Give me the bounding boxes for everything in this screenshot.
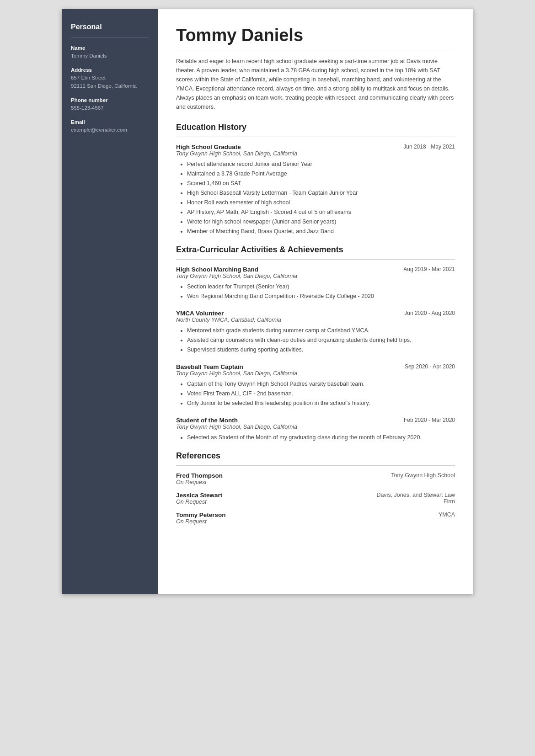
extracurricular-subtitle-0: Tony Gwynn High School, San Diego, Calif…	[176, 273, 455, 279]
ref-sub-0: On Request	[176, 479, 391, 485]
sidebar-label-name: Name	[71, 45, 149, 51]
sidebar-section-phone: Phone number 555-123-4567	[71, 97, 149, 112]
extracurricular-title-0: High School Marching Band	[176, 266, 258, 273]
sidebar: Personal Name Tommy Daniels Address 657 …	[62, 9, 158, 594]
edu-bullet-6: Wrote for high school newspaper (Junior …	[187, 217, 455, 226]
references-divider	[176, 465, 455, 466]
edu-bullet-5: AP History, AP Math, AP English - Scored…	[187, 208, 455, 217]
extracurricular-entry-2: Baseball Team Captain Sep 2020 - Apr 202…	[176, 363, 455, 408]
ref-name-2: Tommy Peterson	[176, 511, 439, 518]
education-entry-header-0: High School Graduate Jun 2018 - May 2021	[176, 144, 455, 150]
education-entry-0: High School Graduate Jun 2018 - May 2021…	[176, 144, 455, 236]
sidebar-title: Personal	[71, 23, 149, 31]
address-line1: 657 Elm Street	[71, 75, 106, 80]
references-section-title: References	[176, 451, 455, 461]
extracurricular-bullets-3: Selected as Student of the Month of my g…	[176, 433, 455, 442]
extra-0-bullet-0: Section leader for Trumpet (Senior Year)	[187, 282, 455, 291]
education-title-0: High School Graduate	[176, 144, 241, 150]
extracurricular-date-2: Sep 2020 - Apr 2020	[405, 363, 455, 370]
main-divider-top	[176, 50, 455, 50]
extra-2-bullet-0: Captain of the Tony Gwynn High School Pa…	[187, 379, 455, 389]
sidebar-label-address: Address	[71, 67, 149, 73]
sidebar-value-email: example@cvmaker.com	[71, 126, 149, 134]
edu-bullet-2: Scored 1,460 on SAT	[187, 179, 455, 188]
ref-org-1: Davis, Jones, and Stewart Law Firm	[373, 492, 455, 505]
extracurricular-header-0: High School Marching Band Aug 2019 - Mar…	[176, 266, 455, 273]
extracurricular-bullets-2: Captain of the Tony Gwynn High School Pa…	[176, 379, 455, 408]
extracurricular-subtitle-2: Tony Gwynn High School, San Diego, Calif…	[176, 370, 455, 377]
extracurricular-divider	[176, 259, 455, 260]
sidebar-section-address: Address 657 Elm Street 92111 San Diego, …	[71, 67, 149, 90]
sidebar-value-address: 657 Elm Street 92111 San Diego, Californ…	[71, 74, 149, 90]
reference-entry-1: Jessica Stewart On Request Davis, Jones,…	[176, 492, 455, 505]
sidebar-section-email: Email example@cvmaker.com	[71, 119, 149, 134]
extra-1-bullet-0: Mentored sixth grade students during sum…	[187, 326, 455, 335]
extracurricular-date-0: Aug 2019 - Mar 2021	[403, 266, 455, 272]
summary-text: Reliable and eager to learn recent high …	[176, 57, 455, 112]
extracurricular-bullets-0: Section leader for Trumpet (Senior Year)…	[176, 282, 455, 301]
extracurricular-header-2: Baseball Team Captain Sep 2020 - Apr 202…	[176, 363, 455, 370]
education-divider	[176, 137, 455, 137]
extra-3-bullet-0: Selected as Student of the Month of my g…	[187, 433, 455, 442]
extracurricular-header-3: Student of the Month Feb 2020 - Mar 2020	[176, 417, 455, 424]
extracurricular-title-2: Baseball Team Captain	[176, 363, 243, 370]
extracurricular-section-title: Extra-Curricular Activities & Achievemen…	[176, 245, 455, 255]
main-content: Tommy Daniels Reliable and eager to lear…	[158, 9, 473, 594]
sidebar-label-email: Email	[71, 119, 149, 125]
education-subtitle-0: Tony Gwynn High School, San Diego, Calif…	[176, 150, 455, 157]
extracurricular-entry-0: High School Marching Band Aug 2019 - Mar…	[176, 266, 455, 301]
edu-bullet-0: Perfect attendance record Junior and Sen…	[187, 160, 455, 169]
ref-sub-1: On Request	[176, 499, 373, 505]
reference-entry-0: Fred Thompson On Request Tony Gwynn High…	[176, 472, 455, 485]
extracurricular-title-3: Student of the Month	[176, 417, 238, 424]
extracurricular-entry-3: Student of the Month Feb 2020 - Mar 2020…	[176, 417, 455, 442]
edu-bullet-3: High School Baseball Varsity Letterman -…	[187, 188, 455, 197]
ref-name-1: Jessica Stewart	[176, 492, 373, 499]
education-bullets-0: Perfect attendance record Junior and Sen…	[176, 160, 455, 236]
extra-1-bullet-1: Assisted camp counselors with clean-up d…	[187, 335, 455, 345]
extracurricular-bullets-1: Mentored sixth grade students during sum…	[176, 326, 455, 354]
ref-org-0: Tony Gwynn High School	[391, 472, 455, 485]
extra-1-bullet-2: Supervised students during sporting acti…	[187, 345, 455, 354]
ref-sub-2: On Request	[176, 518, 439, 525]
extracurricular-title-1: YMCA Volunteer	[176, 310, 224, 317]
extracurricular-subtitle-1: North County YMCA, Carlsbad, California	[176, 317, 455, 323]
address-line2: 92111 San Diego, California	[71, 83, 137, 89]
edu-bullet-7: Member of Marching Band, Brass Quartet, …	[187, 227, 455, 236]
extracurricular-date-1: Jun 2020 - Aug 2020	[404, 310, 455, 316]
edu-bullet-1: Maintained a 3.78 Grade Point Average	[187, 169, 455, 178]
ref-left-0: Fred Thompson On Request	[176, 472, 391, 485]
extra-0-bullet-1: Won Regional Marching Band Competition -…	[187, 292, 455, 301]
extracurricular-date-3: Feb 2020 - Mar 2020	[404, 417, 455, 423]
extracurricular-entry-1: YMCA Volunteer Jun 2020 - Aug 2020 North…	[176, 310, 455, 354]
ref-left-2: Tommy Peterson On Request	[176, 511, 439, 525]
reference-entry-2: Tommy Peterson On Request YMCA	[176, 511, 455, 525]
education-date-0: Jun 2018 - May 2021	[403, 144, 455, 150]
sidebar-section-name: Name Tommy Daniels	[71, 45, 149, 60]
education-section-title: Education History	[176, 122, 455, 132]
resume-name: Tommy Daniels	[176, 26, 455, 45]
resume-page: Personal Name Tommy Daniels Address 657 …	[62, 9, 473, 594]
edu-bullet-4: Honor Roll each semester of high school	[187, 198, 455, 207]
sidebar-value-name: Tommy Daniels	[71, 52, 149, 60]
extra-2-bullet-2: Only Junior to be selected this leadersh…	[187, 399, 455, 408]
extracurricular-subtitle-3: Tony Gwynn High School, San Diego, Calif…	[176, 424, 455, 430]
sidebar-divider	[71, 37, 149, 38]
ref-org-2: YMCA	[439, 511, 455, 525]
extracurricular-header-1: YMCA Volunteer Jun 2020 - Aug 2020	[176, 310, 455, 317]
sidebar-label-phone: Phone number	[71, 97, 149, 103]
ref-name-0: Fred Thompson	[176, 472, 391, 479]
extra-2-bullet-1: Voted First Team ALL CIF - 2nd baseman.	[187, 389, 455, 398]
sidebar-value-phone: 555-123-4567	[71, 104, 149, 112]
ref-left-1: Jessica Stewart On Request	[176, 492, 373, 505]
